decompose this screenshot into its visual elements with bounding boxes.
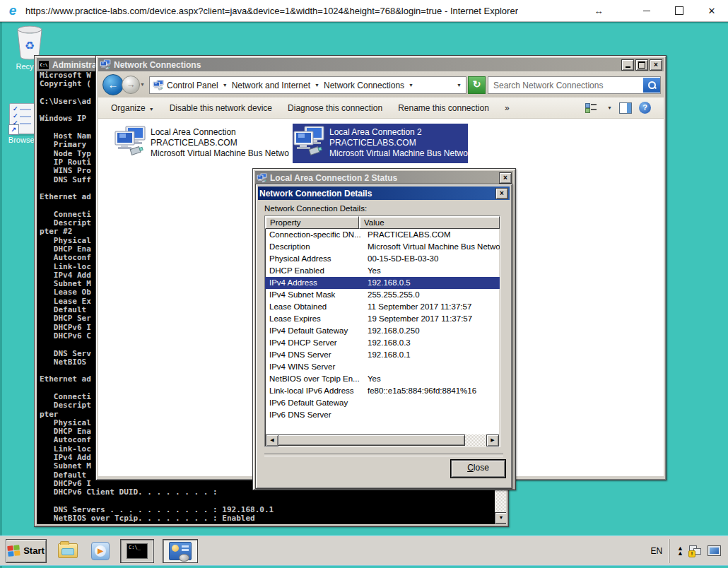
organize-menu[interactable]: Organize▼ xyxy=(111,103,154,113)
internet-explorer-icon: e xyxy=(6,4,20,18)
scroll-right-icon[interactable]: ▶ xyxy=(486,434,499,446)
connection-domain: PRACTICELABS.COM xyxy=(151,138,289,148)
table-row[interactable]: DescriptionMicrosoft Virtual Machine Bus… xyxy=(265,241,500,253)
disable-device-button[interactable]: Disable this network device xyxy=(170,103,272,113)
scroll-down-icon[interactable]: ▼ xyxy=(495,512,506,524)
property-cell: Connection-specific DN... xyxy=(265,229,363,241)
table-row[interactable]: IPv6 Default Gateway xyxy=(265,397,500,409)
display-tray-icon[interactable] xyxy=(708,545,721,556)
cmd-title: Administrat xyxy=(52,60,100,70)
details-dialog-title: Network Connection Details xyxy=(259,189,372,199)
table-row[interactable]: DHCP EnabledYes xyxy=(265,265,500,277)
table-row[interactable]: IPv4 WINS Server xyxy=(265,361,500,373)
history-dropdown-icon[interactable]: ▼ xyxy=(140,82,145,87)
network-connection-details-dialog: Network Connection Details × Network Con… xyxy=(255,184,512,489)
list-header: Property Value xyxy=(265,216,500,229)
table-row-selected[interactable]: IPv4 Address192.168.0.5 xyxy=(265,277,500,289)
value-cell: 192.168.0.5 xyxy=(363,277,500,289)
system-tray: EN ▲▲ ! xyxy=(650,536,728,565)
column-header-property[interactable]: Property xyxy=(265,216,359,229)
refresh-button[interactable]: ↻ xyxy=(468,76,486,94)
connection-item-selected[interactable]: Local Area Connection 2 PRACTICELABS.COM… xyxy=(293,124,468,163)
forward-button[interactable]: → xyxy=(122,76,140,94)
close-button[interactable]: × xyxy=(650,59,662,71)
value-cell xyxy=(363,397,500,409)
explorer-titlebar[interactable]: Network Connections × xyxy=(98,58,664,71)
task-command-prompt[interactable]: C:\_ xyxy=(120,539,154,563)
value-cell: 00-15-5D-EB-03-30 xyxy=(363,253,500,265)
close-button[interactable]: × xyxy=(499,172,512,184)
task-network-connections[interactable] xyxy=(163,539,198,563)
property-cell: IPv4 Default Gateway xyxy=(265,325,363,337)
rename-connection-button[interactable]: Rename this connection xyxy=(398,103,489,113)
details-dialog-titlebar[interactable]: Network Connection Details × xyxy=(258,187,510,200)
breadcrumb-separator-icon[interactable]: ▼ xyxy=(409,83,413,88)
table-row[interactable]: IPv4 Default Gateway192.168.0.250 xyxy=(265,325,500,337)
connection-item[interactable]: Local Area Connection PRACTICELABS.COM M… xyxy=(114,124,289,163)
connection-device: Microsoft Virtual Machine Bus Networ... xyxy=(151,148,289,159)
close-button[interactable]: × xyxy=(495,188,508,199)
views-dropdown-icon[interactable]: ▼ xyxy=(607,105,612,110)
media-player-quicklaunch-icon[interactable]: ▶ xyxy=(89,540,112,562)
breadcrumb-dropdown-icon[interactable]: ▼ xyxy=(457,83,462,88)
table-row[interactable]: IPv4 DHCP Server192.168.0.3 xyxy=(265,337,500,349)
property-cell: IPv4 DNS Server xyxy=(265,349,363,361)
show-hidden-icons-chevron[interactable]: ▲▲ xyxy=(677,546,683,556)
table-row[interactable]: IPv6 DNS Server xyxy=(265,409,500,421)
search-box[interactable]: Search Network Connections xyxy=(488,76,661,94)
column-header-value[interactable]: Value xyxy=(359,216,500,229)
back-button[interactable]: ← xyxy=(102,74,124,95)
search-input[interactable]: Search Network Connections xyxy=(488,81,643,90)
breadcrumb[interactable]: Control Panel▼Network and Internet▼Netwo… xyxy=(149,76,466,94)
breadcrumb-separator-icon[interactable]: ▼ xyxy=(223,83,228,88)
table-row[interactable]: Link-local IPv6 Addressfe80::e1a5:884:96… xyxy=(265,385,500,397)
search-button[interactable] xyxy=(643,78,660,93)
value-cell: fe80::e1a5:884:96fd:8841%16 xyxy=(363,385,500,397)
minimize-button[interactable] xyxy=(630,0,663,21)
breadcrumb-separator-icon[interactable]: ▼ xyxy=(315,83,319,88)
table-row[interactable]: IPv4 Subnet Mask255.255.255.0 xyxy=(265,289,500,301)
status-dialog-titlebar[interactable]: Local Area Connection 2 Status × xyxy=(255,171,513,184)
help-icon[interactable]: ? xyxy=(639,102,651,114)
table-row[interactable]: Physical Address00-15-5D-EB-03-30 xyxy=(265,253,500,265)
table-row[interactable]: IPv4 DNS Server192.168.0.1 xyxy=(265,349,500,361)
table-row[interactable]: Lease Obtained11 September 2017 11:37:57 xyxy=(265,301,500,313)
maximize-button[interactable] xyxy=(663,0,695,21)
more-commands-button[interactable]: » xyxy=(505,103,510,113)
breadcrumb-item[interactable]: Network Connections xyxy=(324,81,404,90)
maximize-button[interactable] xyxy=(635,59,648,71)
diagnose-connection-button[interactable]: Diagnose this connection xyxy=(288,103,382,113)
breadcrumb-item[interactable]: Network and Internet xyxy=(232,81,310,90)
resize-arrows-icon[interactable]: ↔ xyxy=(582,0,615,21)
play-icon: ▶ xyxy=(91,542,110,560)
start-label: Start xyxy=(23,545,45,556)
table-row[interactable]: Lease Expires19 September 2017 11:37:57 xyxy=(265,313,500,325)
views-icon[interactable] xyxy=(585,103,597,112)
breadcrumb-item[interactable]: Control Panel xyxy=(167,81,218,90)
table-row[interactable]: Connection-specific DN...PRACTICELABS.CO… xyxy=(265,229,500,241)
screen: e https://www.practice-labs.com/device.a… xyxy=(0,0,728,568)
table-row[interactable]: NetBIOS over Tcpip En...Yes xyxy=(265,373,500,385)
cmd-line: NetBIOS over Tcpip. . . . . . . . : Enab… xyxy=(37,514,506,523)
network-adapter-icon xyxy=(114,124,151,155)
property-cell: IPv4 Address xyxy=(265,277,363,289)
connection-device: Microsoft Virtual Machine Bus Networ... xyxy=(329,148,468,159)
property-cell: DHCP Enabled xyxy=(265,265,363,277)
scrollbar-thumb[interactable] xyxy=(278,434,465,446)
details-list[interactable]: Property Value Connection-specific DN...… xyxy=(264,215,500,447)
network-tray-icon[interactable]: ! xyxy=(689,545,702,556)
control-panel-icon xyxy=(169,542,192,560)
property-cell: IPv4 DHCP Server xyxy=(265,337,363,349)
property-cell: Lease Obtained xyxy=(265,301,363,313)
explorer-quicklaunch-icon[interactable] xyxy=(57,540,79,562)
close-button[interactable]: ✕ xyxy=(695,0,728,21)
preview-pane-icon[interactable] xyxy=(619,102,632,114)
ie-title: https://www.practice-labs.com/device.asp… xyxy=(25,6,518,16)
value-cell xyxy=(363,361,500,373)
scroll-left-icon[interactable]: ◀ xyxy=(266,434,278,446)
language-indicator[interactable]: EN xyxy=(650,546,662,556)
horizontal-scrollbar[interactable]: ◀ ▶ xyxy=(266,434,499,446)
close-details-button[interactable]: Close xyxy=(451,460,505,478)
minimize-button[interactable] xyxy=(621,59,634,71)
start-button[interactable]: Start xyxy=(6,539,47,563)
